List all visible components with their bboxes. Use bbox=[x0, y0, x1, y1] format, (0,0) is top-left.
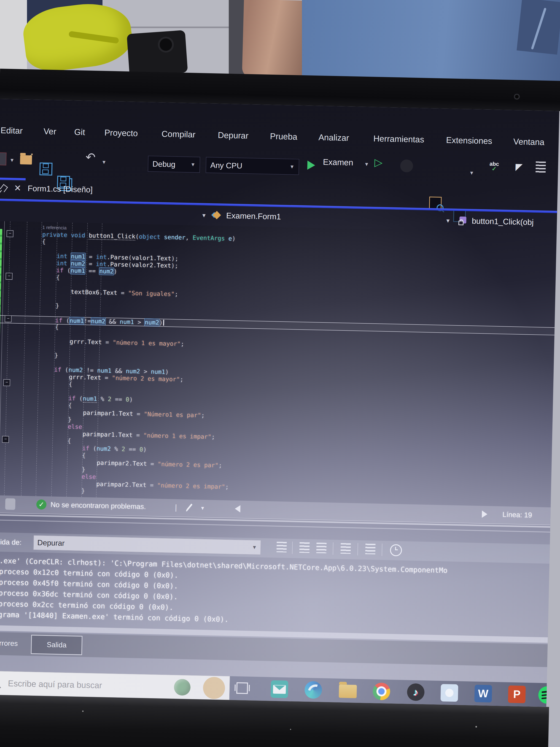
code-token: valor1 bbox=[132, 254, 154, 262]
profiler-icon[interactable] bbox=[400, 159, 413, 172]
code-lines[interactable]: 1 referenciaprivate void button1_Click(o… bbox=[0, 221, 557, 507]
word-icon[interactable]: W bbox=[475, 685, 492, 703]
file-explorer-icon[interactable] bbox=[339, 682, 357, 700]
member-dropdown[interactable]: button1_Click(obj bbox=[472, 216, 534, 227]
chevron-down-icon[interactable]: ▼ bbox=[200, 505, 205, 511]
menu-item-analizar[interactable]: Analizar bbox=[318, 122, 350, 153]
clear-all-icon[interactable] bbox=[340, 543, 352, 555]
menu-item-proyecto[interactable]: Proyecto bbox=[104, 118, 138, 149]
task-view-icon[interactable] bbox=[236, 682, 248, 694]
chevron-down-icon[interactable]: ▼ bbox=[9, 157, 15, 163]
find-message-icon[interactable] bbox=[276, 542, 288, 554]
code-token: "Número1 es par" bbox=[144, 411, 201, 419]
code-editor[interactable]: −−−−− 1 referenciaprivate void button1_C… bbox=[0, 221, 557, 507]
tab-error-list[interactable]: e errores bbox=[0, 639, 18, 648]
mail-icon[interactable] bbox=[271, 680, 289, 698]
start-project-label[interactable]: Examen bbox=[323, 157, 353, 168]
code-token: = bbox=[132, 432, 143, 439]
type-dropdown[interactable]: Examen.Form1 bbox=[226, 211, 281, 221]
code-token: = bbox=[101, 374, 112, 381]
save-icon[interactable] bbox=[39, 162, 52, 176]
chevron-down-icon[interactable]: ▼ bbox=[445, 217, 451, 224]
start-without-debug-icon[interactable]: ▷ bbox=[374, 157, 382, 168]
separator bbox=[332, 542, 333, 555]
powerpoint-icon[interactable]: P bbox=[508, 686, 526, 703]
chevron-down-icon[interactable]: ▼ bbox=[469, 170, 474, 176]
configuration-value: Debug bbox=[152, 159, 176, 169]
start-debug-icon[interactable] bbox=[307, 160, 315, 170]
code-token: Text bbox=[157, 255, 171, 262]
output-list-icon[interactable] bbox=[299, 542, 311, 554]
globe-icon bbox=[174, 679, 191, 696]
undo-icon[interactable]: ↶ bbox=[85, 151, 96, 163]
code-token: 2 bbox=[122, 445, 125, 453]
output-source-dropdown[interactable]: Depurar ▼ bbox=[33, 535, 261, 555]
menu-item-herramientas[interactable]: Herramientas bbox=[373, 124, 425, 155]
no-problems-check-icon: ✓ bbox=[36, 499, 47, 510]
code-token bbox=[104, 395, 108, 402]
pin-tab-icon[interactable] bbox=[0, 184, 8, 192]
code-cleanup-pen-icon[interactable] bbox=[186, 504, 193, 511]
code-token: ; bbox=[218, 462, 222, 469]
collapse-region-icon[interactable]: − bbox=[5, 273, 12, 280]
spotify-icon[interactable] bbox=[538, 686, 556, 704]
cropped-toolbar-icon[interactable] bbox=[0, 152, 6, 165]
collapse-region-icon[interactable]: − bbox=[6, 230, 14, 237]
menu-item-ventana[interactable]: Ventana bbox=[513, 127, 545, 157]
output-list2-icon[interactable] bbox=[316, 543, 327, 555]
code-token bbox=[96, 267, 99, 275]
document-health-icon[interactable] bbox=[5, 498, 15, 510]
platform-dropdown[interactable]: Any CPU ▼ bbox=[206, 157, 299, 175]
menu-item-prueba[interactable]: Prueba bbox=[270, 121, 298, 152]
menu-item-compilar[interactable]: Compilar bbox=[161, 119, 196, 150]
tab-output[interactable]: Salida bbox=[31, 635, 83, 655]
code-token: ); bbox=[171, 255, 179, 262]
health-message: No se encontraron problemas. bbox=[51, 500, 146, 511]
code-token: Text bbox=[103, 289, 117, 296]
menu-item-ver[interactable]: Ver bbox=[43, 116, 56, 147]
chevron-down-icon[interactable]: ▼ bbox=[364, 161, 369, 167]
close-tab-icon[interactable]: ✕ bbox=[14, 183, 22, 193]
code-token: Parse bbox=[110, 261, 128, 268]
code-token: sender bbox=[164, 234, 186, 241]
app-tile-icon[interactable] bbox=[441, 684, 458, 702]
code-token: ( bbox=[135, 233, 139, 240]
select-tool-icon[interactable]: ◤ bbox=[515, 161, 523, 172]
open-file-icon[interactable] bbox=[20, 155, 32, 164]
code-token bbox=[111, 396, 115, 403]
code-token: ( bbox=[61, 366, 69, 373]
chevron-down-icon[interactable]: ▼ bbox=[101, 159, 106, 165]
menu-item-depurar[interactable]: Depurar bbox=[217, 120, 249, 151]
tab-form1-diseno[interactable]: Form1.cs [Diseño] bbox=[28, 184, 93, 194]
collapse-region-icon[interactable]: − bbox=[2, 436, 9, 443]
code-token: e bbox=[228, 235, 232, 242]
menu-item-extensiones[interactable]: Extensiones bbox=[446, 125, 492, 156]
chevron-down-icon[interactable]: ▼ bbox=[201, 212, 207, 219]
code-token: = bbox=[146, 482, 157, 489]
code-token: Text bbox=[132, 460, 147, 467]
code-token: int bbox=[56, 260, 68, 267]
collapse-region-icon[interactable]: − bbox=[3, 379, 10, 386]
scroll-right-icon[interactable] bbox=[482, 510, 487, 518]
code-token: if bbox=[56, 267, 63, 274]
configuration-dropdown[interactable]: Debug ▼ bbox=[148, 156, 200, 173]
spell-check-icon[interactable]: abc✓ bbox=[489, 161, 499, 171]
menu-item-editar[interactable]: Editar bbox=[0, 115, 23, 146]
scroll-left-icon[interactable] bbox=[235, 505, 240, 513]
chrome-icon[interactable] bbox=[373, 682, 391, 700]
timestamp-clock-icon[interactable] bbox=[390, 544, 401, 556]
word-wrap-icon[interactable] bbox=[365, 544, 376, 556]
code-token: else bbox=[68, 423, 82, 430]
comment-tool-icon[interactable] bbox=[535, 161, 546, 174]
code-token: ( bbox=[76, 395, 83, 402]
edge-browser-icon[interactable] bbox=[304, 681, 322, 699]
code-token: num1 bbox=[119, 318, 134, 326]
code-token: Text bbox=[132, 481, 146, 488]
tiktok-icon[interactable]: ♪ bbox=[407, 683, 425, 701]
collapse-region-icon[interactable]: − bbox=[5, 315, 12, 323]
code-token: { bbox=[55, 324, 59, 331]
code-token: Parse bbox=[110, 254, 128, 261]
code-token: { bbox=[56, 274, 60, 281]
menu-item-git[interactable]: Git bbox=[74, 117, 85, 147]
platform-value: Any CPU bbox=[210, 161, 242, 170]
